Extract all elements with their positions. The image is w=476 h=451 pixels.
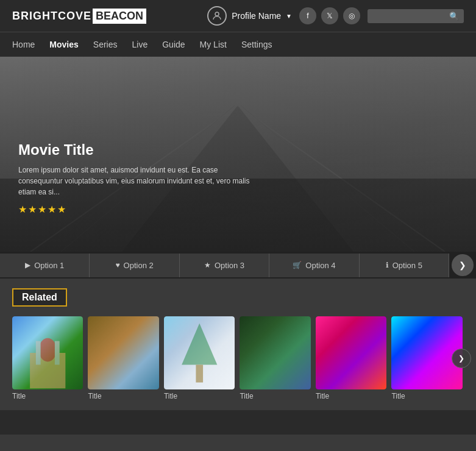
thumbnail-title-4: Title	[240, 392, 310, 400]
thumbnails-row: Title Title	[12, 316, 464, 400]
thumbnail-item[interactable]: Title	[240, 316, 310, 400]
option-2-button[interactable]: ♥ Option 2	[90, 254, 179, 277]
svg-point-10	[39, 338, 57, 362]
star-icon: ★	[204, 261, 211, 269]
play-icon: ▶	[25, 261, 30, 269]
info-icon: ℹ	[386, 261, 389, 269]
nav-item-series[interactable]: Series	[93, 37, 118, 52]
svg-rect-11	[36, 341, 41, 365]
svg-rect-12	[55, 341, 60, 365]
hero-banner: Movie Title Lorem ipsum dolor sit amet, …	[0, 57, 476, 252]
search-input[interactable]	[372, 12, 446, 21]
movie-rating: ★★★★★	[18, 204, 250, 215]
avatar	[207, 6, 227, 26]
thumbnail-image-3	[164, 316, 235, 389]
cart-icon: 🛒	[293, 261, 302, 269]
options-next-button[interactable]: ❯	[452, 254, 474, 276]
option-3-button[interactable]: ★ Option 3	[180, 254, 269, 277]
nav-item-home[interactable]: Home	[12, 37, 35, 52]
thumbnail-item[interactable]: Title	[12, 316, 83, 400]
search-icon: 🔍	[449, 12, 459, 21]
profile-name: Profile Name	[232, 11, 281, 21]
profile-menu[interactable]: Profile Name ▼	[207, 6, 292, 26]
thumbnail-image-6	[391, 316, 462, 389]
logo-brightcove: BRIGHTCOVE	[12, 10, 91, 23]
thumbnail-item[interactable]: Title	[88, 316, 158, 400]
nav-item-mylist[interactable]: My List	[200, 37, 227, 52]
thumbnail-title-2: Title	[88, 392, 158, 400]
thumbnail-image-2	[88, 316, 158, 389]
option-4-label: Option 4	[305, 261, 335, 270]
thumbnail-title-5: Title	[316, 392, 386, 400]
thumbnail-title-6: Title	[391, 392, 462, 400]
svg-rect-14	[196, 364, 203, 382]
nav-item-settings[interactable]: Settings	[241, 37, 272, 52]
movie-title: Movie Title	[18, 141, 250, 158]
thumbnail-image-5	[316, 316, 386, 389]
chevron-down-icon: ▼	[286, 13, 292, 20]
thumbnails-wrapper: Title Title	[12, 316, 464, 400]
nav-item-guide[interactable]: Guide	[162, 37, 185, 52]
option-1-label: Option 1	[34, 261, 64, 270]
twitter-icon[interactable]: 𝕏	[321, 7, 338, 24]
thumbnail-title-1: Title	[12, 392, 83, 400]
bottom-bar	[0, 410, 476, 435]
option-1-button[interactable]: ▶ Option 1	[0, 254, 90, 277]
movie-description: Lorem ipsum dolor sit amet, auismod invi…	[18, 165, 250, 197]
related-label: Related	[12, 288, 67, 307]
logo-beacon: BEACON	[93, 9, 146, 24]
svg-point-0	[215, 12, 219, 16]
logo: BRIGHTCOVE BEACON	[12, 9, 146, 24]
nav-item-live[interactable]: Live	[132, 37, 148, 52]
option-4-button[interactable]: 🛒 Option 4	[269, 254, 359, 277]
related-section: Related Title	[0, 279, 476, 410]
option-5-button[interactable]: ℹ Option 5	[360, 254, 449, 277]
options-bar: ▶ Option 1 ♥ Option 2 ★ Option 3 🛒 Optio…	[0, 252, 476, 279]
heart-icon: ♥	[115, 261, 119, 269]
thumbnail-title-3: Title	[164, 392, 235, 400]
nav: Home Movies Series Live Guide My List Se…	[0, 32, 476, 57]
thumbnail-item[interactable]: Title	[164, 316, 235, 400]
facebook-icon[interactable]: f	[299, 7, 316, 24]
social-icons: f 𝕏 ◎	[299, 7, 360, 24]
search-bar: 🔍	[368, 9, 464, 23]
thumbnail-image-4	[240, 316, 310, 389]
option-5-label: Option 5	[393, 261, 422, 270]
thumbnail-item[interactable]: Title	[316, 316, 386, 400]
hero-content: Movie Title Lorem ipsum dolor sit amet, …	[18, 141, 250, 215]
instagram-icon[interactable]: ◎	[343, 7, 360, 24]
header-right: Profile Name ▼ f 𝕏 ◎ 🔍	[207, 6, 464, 26]
option-3-label: Option 3	[215, 261, 244, 270]
thumbnail-image-1	[12, 316, 83, 389]
option-2-label: Option 2	[124, 261, 154, 270]
nav-item-movies[interactable]: Movies	[49, 37, 78, 52]
thumbnails-next-button[interactable]: ❯	[452, 349, 471, 368]
header: BRIGHTCOVE BEACON Profile Name ▼ f 𝕏 ◎ 🔍	[0, 0, 476, 32]
svg-marker-13	[182, 323, 217, 364]
